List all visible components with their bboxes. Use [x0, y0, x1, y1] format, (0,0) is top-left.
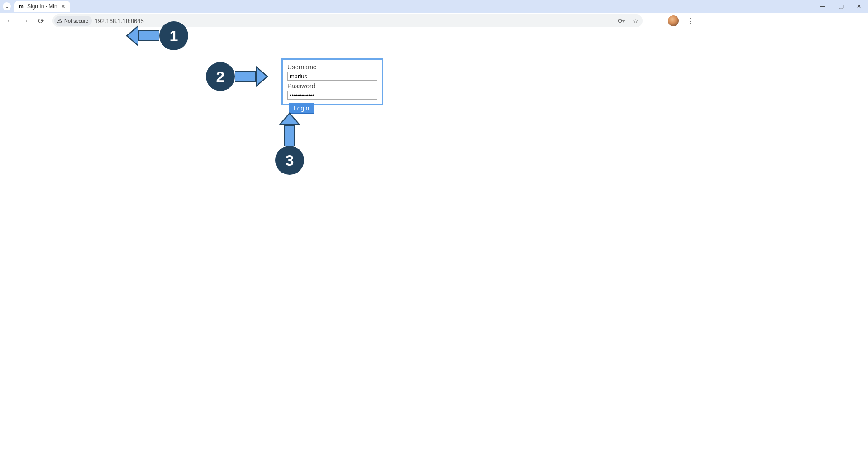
close-tab-icon[interactable]: ✕	[60, 3, 67, 10]
arrow-left-icon: ←	[6, 17, 14, 25]
bookmark-star-icon[interactable]: ☆	[630, 15, 641, 26]
minimize-button[interactable]: —	[814, 0, 832, 13]
security-indicator[interactable]: Not secure	[54, 16, 92, 26]
svg-point-1	[60, 22, 60, 22]
reload-icon: ⟳	[38, 17, 44, 25]
password-label: Password	[287, 82, 377, 90]
page-content: 1 Username Password Login 2 3	[0, 29, 868, 465]
password-input[interactable]	[287, 91, 377, 100]
arrow-right-icon	[256, 66, 268, 87]
arrow-up-icon	[279, 112, 300, 125]
arrow-left-icon	[126, 25, 138, 47]
tabs-dropdown-button[interactable]: ⌄	[3, 2, 11, 10]
annotation-badge: 1	[159, 21, 188, 50]
kebab-menu-icon: ⋮	[687, 17, 694, 25]
profile-avatar[interactable]	[668, 15, 679, 26]
username-input[interactable]	[287, 72, 377, 81]
browser-menu-button[interactable]: ⋮	[684, 14, 697, 27]
browser-tab-strip: ⌄ m Sign In · Min ✕ — ▢ ✕	[0, 0, 868, 13]
annotation-step-1: 1	[126, 21, 188, 50]
window-controls: — ▢ ✕	[814, 0, 868, 13]
annotation-badge: 2	[206, 62, 235, 91]
security-label: Not secure	[64, 18, 88, 24]
back-button[interactable]: ←	[4, 14, 16, 27]
svg-point-2	[619, 19, 622, 23]
annotation-step-2: 2	[206, 62, 268, 91]
login-form: Username Password	[281, 58, 383, 105]
annotation-step-3: 3	[275, 112, 304, 175]
reload-button[interactable]: ⟳	[34, 14, 47, 27]
username-label: Username	[287, 63, 377, 71]
close-window-button[interactable]: ✕	[850, 0, 868, 13]
arrow-right-icon: →	[22, 17, 29, 25]
tab-favicon-icon: m	[18, 3, 24, 10]
warning-icon	[57, 18, 62, 24]
maximize-button[interactable]: ▢	[832, 0, 850, 13]
browser-tab[interactable]: m Sign In · Min ✕	[14, 1, 70, 12]
tab-title: Sign In · Min	[27, 3, 57, 10]
annotation-badge: 3	[275, 146, 304, 175]
chevron-down-icon: ⌄	[5, 4, 9, 9]
password-manager-icon[interactable]	[616, 15, 627, 26]
forward-button[interactable]: →	[19, 14, 32, 27]
